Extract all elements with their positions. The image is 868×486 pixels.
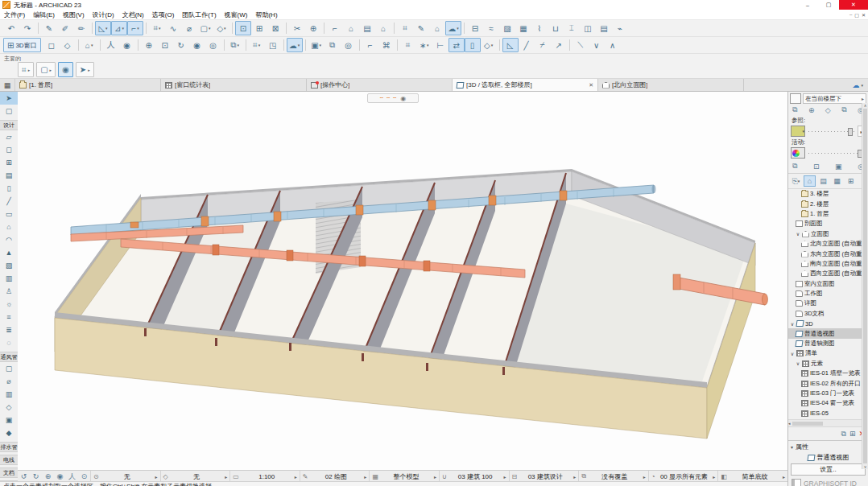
orbit-right-icon[interactable]: ↻ xyxy=(30,471,42,482)
duct-tool[interactable]: ▢ xyxy=(0,362,18,375)
suspend-groups-icon[interactable]: ⊠ xyxy=(267,21,283,35)
door-tool[interactable]: ◻ xyxy=(0,143,18,156)
mep-icon[interactable]: ⌂ xyxy=(429,21,445,35)
tree-item-5[interactable]: 北向立面图 (自动重建) xyxy=(788,239,862,249)
railing-tool[interactable]: ≣ xyxy=(0,323,18,336)
layer-combination-field[interactable]: ⊟03 建筑设计▸ xyxy=(509,471,579,482)
menu-item-1[interactable]: 编辑(E) xyxy=(29,11,59,19)
cursor-snap-icon[interactable]: ▢▾ xyxy=(197,21,213,35)
tree-item-9[interactable]: 室内立面图 xyxy=(788,279,862,289)
trace-shapes-icon[interactable]: ◇ xyxy=(825,106,831,114)
mark-up-icon[interactable]: ⌘ xyxy=(378,38,395,52)
trace-reference-overlay[interactable]: ╌ ╌ ╌ ◉ xyxy=(367,93,419,103)
section-3d-icon[interactable]: ⌐ xyxy=(362,38,378,52)
menu-item-5[interactable]: 选项(O) xyxy=(148,11,179,19)
ruler-icon[interactable]: ◺ xyxy=(502,38,519,52)
scroll-up-icon[interactable]: ∧ xyxy=(864,103,867,108)
expander-icon[interactable]: ∨ xyxy=(796,231,800,237)
3d-window-button[interactable]: ⊞ 3D窗口 xyxy=(3,38,41,52)
menu-item-4[interactable]: 文档(N) xyxy=(118,11,148,19)
project-chooser-icon[interactable]: ⎘▾ xyxy=(790,175,802,187)
trim-icon[interactable]: ⌐ xyxy=(327,21,343,35)
mesh-tool[interactable]: ▲ xyxy=(0,246,18,259)
trace-options-button[interactable]: ▢▸ xyxy=(36,62,56,77)
down-more-icon[interactable]: ∨ xyxy=(589,38,605,52)
settings-button[interactable]: 设置.. xyxy=(791,463,866,476)
trace-switch-icon[interactable]: ⧉ xyxy=(792,162,797,171)
adjust-icon[interactable]: ⊕ xyxy=(305,21,321,35)
object-tool[interactable]: ♙ xyxy=(0,285,18,298)
tree-item-14[interactable]: 普通透视图 xyxy=(788,328,862,338)
tab-5[interactable]: [北向立面图] xyxy=(598,79,744,91)
wall-tool-sm-icon[interactable]: ⊟ xyxy=(467,21,483,35)
snap-grid-3d-icon[interactable]: ⌗ xyxy=(400,38,416,52)
lamp-tool[interactable]: ☼ xyxy=(0,298,18,311)
reference-opacity-slider[interactable] xyxy=(807,126,856,136)
morph-tool[interactable]: ▥ xyxy=(0,272,18,285)
duct-round-tool[interactable]: ⌀ xyxy=(0,375,18,388)
bimcloud-icon[interactable]: ☁▾ xyxy=(445,21,461,35)
menu-item-3[interactable]: 设计(D) xyxy=(89,11,118,19)
look-to-icon[interactable]: ◉ xyxy=(119,38,135,52)
publisher-icon[interactable]: ⊞ xyxy=(845,175,857,187)
beam-sm-icon[interactable]: ⊔ xyxy=(548,21,564,35)
zoom-in-icon[interactable]: ⊕ xyxy=(141,38,157,52)
graphic-override-field[interactable]: ⧉没有覆盖▸ xyxy=(578,471,648,482)
slab-tool-sm-icon[interactable]: ▨ xyxy=(499,21,515,35)
filter-3d-icon[interactable]: ◇▾ xyxy=(481,38,497,52)
zoom-preset-field[interactable]: ⊙无▸ xyxy=(90,471,160,482)
tree-item-3[interactable]: 剖面图 xyxy=(788,219,862,229)
3d-viewport[interactable]: ╌ ╌ ╌ ◉ xyxy=(18,92,787,470)
transfer-3d-icon[interactable]: ⇄ xyxy=(448,38,465,52)
wall-tool[interactable]: ▱ xyxy=(0,130,18,143)
active-color-swatch[interactable] xyxy=(791,147,805,159)
intersect-icon[interactable]: ⌂ xyxy=(343,21,359,35)
tree-item-16[interactable]: ∨清单 xyxy=(788,348,862,358)
minimize-icon[interactable]: – xyxy=(797,0,818,10)
column-tool[interactable]: ▯ xyxy=(0,182,18,195)
editing-plane-icon[interactable]: ◳ xyxy=(265,38,281,52)
structure-display-field[interactable]: ▦整个模型▸ xyxy=(369,471,439,482)
roof-tool-sm-icon[interactable]: ≈ xyxy=(483,21,499,35)
tree-item-1[interactable]: 2. 楼层 xyxy=(788,199,862,208)
snap-references-icon[interactable]: ⌐▾ xyxy=(127,21,143,35)
duct-terminal-tool[interactable]: ▣ xyxy=(0,414,18,426)
gravity-icon[interactable]: ∿ xyxy=(165,21,181,35)
expander-icon[interactable]: ∨ xyxy=(790,321,795,327)
renovation-filter-field[interactable]: ◔00 显示所有元素▸ xyxy=(648,471,718,482)
tree-item-19[interactable]: IES-02 所有的开口 xyxy=(788,378,862,388)
shell-tool[interactable]: ◠ xyxy=(0,233,18,246)
orbit-icon[interactable]: ↻ xyxy=(173,38,189,52)
tree-item-8[interactable]: 西向立面图 (自动重建) xyxy=(788,269,862,278)
look-around-icon[interactable]: ◎ xyxy=(205,38,221,52)
trace-reference-dropdown[interactable]: 在当前楼层下 ▸ xyxy=(803,93,866,104)
guide-lines-icon[interactable]: ◺▾ xyxy=(95,21,111,35)
dimension-style-field[interactable]: ∪03 建筑 100▸ xyxy=(439,471,509,482)
layers-icon[interactable]: ⧉▾ xyxy=(227,38,243,52)
slab-tool[interactable]: ▭ xyxy=(0,208,18,220)
tab-overview-icon[interactable]: ▦ xyxy=(0,79,15,91)
fit-in-window-icon[interactable]: ⊡ xyxy=(157,38,173,52)
stair-tool[interactable]: ≡ xyxy=(0,311,18,323)
tree-item-20[interactable]: IES-03 门一览表 xyxy=(788,389,862,398)
tab-1[interactable]: [1. 首层] xyxy=(15,79,161,91)
duct-bend-tool[interactable]: ◇ xyxy=(0,401,18,414)
pick-up-parameters-icon[interactable]: ✎ xyxy=(41,21,57,35)
select-options-button[interactable]: ➤▸ xyxy=(76,62,94,77)
tree-item-15[interactable]: 普通轴测图 xyxy=(788,339,862,348)
trace-add-icon[interactable]: ⊕ xyxy=(808,106,815,114)
magic-wand-icon[interactable]: ⊡ xyxy=(235,21,251,35)
properties-header[interactable]: ▾ 属性 xyxy=(791,443,866,451)
order-icon[interactable]: ▤ xyxy=(359,21,375,35)
view-map-icon[interactable]: ▤ xyxy=(817,175,829,187)
parameter-transfer-icon[interactable]: ✏ xyxy=(73,21,89,35)
walk-mode-icon[interactable]: 人 xyxy=(103,38,119,52)
menu-item-6[interactable]: 团队工作(T) xyxy=(178,11,220,19)
redo-icon[interactable]: ↷ xyxy=(19,21,35,35)
beam-tool[interactable]: ╱ xyxy=(0,195,18,208)
expander-icon[interactable]: ∨ xyxy=(790,351,795,356)
tree-item-12[interactable]: 3D文档 xyxy=(788,309,862,319)
maximize-icon[interactable]: ▢ xyxy=(818,0,839,10)
grid-display-icon[interactable]: ⌗▾ xyxy=(249,38,265,52)
menu-item-7[interactable]: 视窗(W) xyxy=(221,11,252,19)
